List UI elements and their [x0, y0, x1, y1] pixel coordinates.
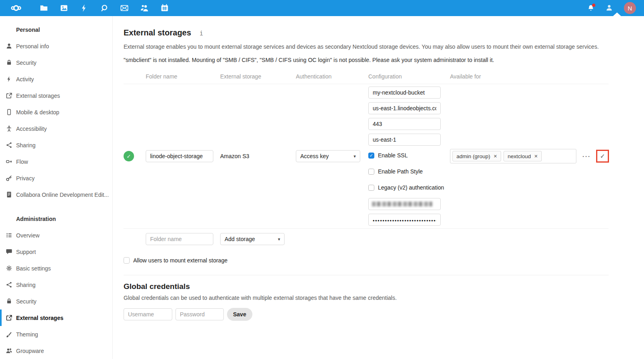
folder-name-input[interactable]: [146, 150, 213, 162]
available-for-multiselect[interactable]: admin (group)✕ nextcloud✕: [450, 149, 576, 163]
sidebar-section-administration: Administration: [16, 215, 112, 223]
new-folder-name-cell: [146, 233, 220, 245]
configuration-cell: ✓ Enable SSL ✓ Enable Path Style ✓ Legac…: [368, 84, 450, 228]
share-icon: [6, 281, 12, 288]
sidebar-item-overview[interactable]: Overview: [0, 227, 112, 243]
enable-path-style-label: Enable Path Style: [378, 168, 423, 175]
username-field[interactable]: [124, 308, 172, 320]
enable-path-style-checkbox[interactable]: ✓: [368, 169, 374, 175]
enable-ssl-row: ✓ Enable SSL: [368, 152, 450, 159]
check-icon: ✓: [600, 153, 605, 160]
chip-remove-icon[interactable]: ✕: [534, 154, 538, 159]
sidebar-item-personal-info[interactable]: Personal info: [0, 38, 112, 54]
sidebar-item-theming[interactable]: Theming: [0, 326, 112, 342]
authentication-cell: Access key ▾: [296, 150, 368, 162]
authentication-select[interactable]: Access key ▾: [296, 150, 360, 162]
password-field[interactable]: [175, 308, 224, 320]
mobile-icon: [6, 109, 12, 116]
available-for-chip: admin (group)✕: [452, 151, 501, 161]
sidebar-section-personal: Personal: [16, 26, 112, 34]
notification-unread-dot: [592, 4, 595, 7]
sidebar-item-accessibility[interactable]: Accessibility: [0, 120, 112, 137]
notifications-bell-icon[interactable]: [587, 4, 595, 12]
sidebar-item-basic-settings[interactable]: Basic settings: [0, 260, 112, 276]
calendar-icon[interactable]: [160, 4, 169, 12]
user-avatar[interactable]: N: [624, 2, 636, 14]
enable-path-style-row: ✓ Enable Path Style: [368, 168, 450, 175]
files-icon[interactable]: [39, 4, 48, 12]
add-storage-select[interactable]: Add storage ▾: [220, 233, 285, 245]
save-button[interactable]: Save: [227, 308, 252, 321]
sidebar-item-security-admin[interactable]: Security: [0, 293, 112, 309]
photos-icon[interactable]: [60, 4, 68, 12]
column-header-authentication: Authentication: [296, 73, 368, 80]
table-header-row: Folder name External storage Authenticat…: [124, 73, 609, 84]
info-icon[interactable]: i: [200, 30, 203, 37]
key-icon: [6, 175, 12, 182]
storage-type-label: Amazon S3: [220, 153, 249, 159]
row-options-ellipsis-icon[interactable]: ···: [582, 153, 591, 160]
access-key-input-blurred[interactable]: [368, 198, 441, 210]
allow-users-label: Allow users to mount external storage: [133, 257, 227, 264]
sidebar-item-mobile-desktop[interactable]: Mobile & desktop: [0, 104, 112, 120]
folder-name-cell: [146, 150, 220, 162]
enable-ssl-label: Enable SSL: [378, 152, 408, 159]
enable-ssl-checkbox[interactable]: ✓: [368, 153, 374, 159]
sidebar-item-flow[interactable]: Flow: [0, 153, 112, 170]
available-for-cell: admin (group)✕ nextcloud✕ ··· ✓: [450, 149, 609, 163]
contacts-menu-icon[interactable]: [605, 4, 613, 12]
accessibility-icon: [6, 125, 12, 132]
document-icon: [6, 191, 12, 198]
bolt-icon: [6, 76, 12, 83]
nextcloud-logo-icon[interactable]: [6, 3, 26, 13]
contacts-icon[interactable]: [140, 4, 149, 12]
sidebar-item-sharing-admin[interactable]: Sharing: [0, 276, 112, 293]
sidebar-item-activity[interactable]: Activity: [0, 71, 112, 87]
people-icon: [6, 347, 12, 354]
activity-icon[interactable]: [80, 4, 89, 12]
lock-icon: [6, 59, 12, 66]
share-icon: [6, 142, 12, 149]
region-input[interactable]: [368, 134, 441, 146]
allow-users-row: ✓ Allow users to mount external storage: [124, 257, 644, 264]
smbclient-warning: "smbclient" is not installed. Mounting o…: [124, 56, 644, 64]
sidebar-item-privacy[interactable]: Privacy: [0, 170, 112, 186]
sidebar-item-external-storages-personal[interactable]: External storages: [0, 87, 112, 104]
flow-icon: [6, 158, 12, 165]
chevron-down-icon: ▾: [353, 154, 356, 159]
allow-users-checkbox[interactable]: ✓: [124, 257, 130, 264]
column-header-folder-name: Folder name: [146, 73, 220, 80]
column-header-available-for: Available for: [450, 73, 609, 80]
gear-icon: [6, 265, 12, 272]
search-icon[interactable]: [100, 4, 109, 12]
sidebar-item-sharing-personal[interactable]: Sharing: [0, 137, 112, 153]
external-storages-table: Folder name External storage Authenticat…: [124, 73, 609, 245]
mail-icon[interactable]: [120, 4, 129, 12]
add-storage-cell: Add storage ▾: [220, 233, 296, 245]
save-storage-check-button[interactable]: ✓: [596, 150, 609, 163]
section-divider: [124, 275, 609, 275]
sidebar-item-external-storages-admin[interactable]: External storages: [0, 309, 112, 326]
sidebar-item-support[interactable]: Support: [0, 243, 112, 260]
chevron-down-icon: ▾: [278, 237, 280, 242]
chip-remove-icon[interactable]: ✕: [493, 154, 497, 159]
hostname-input[interactable]: [368, 102, 441, 114]
sidebar-item-groupware[interactable]: Groupware: [0, 342, 112, 359]
storage-status-ok-icon: ✓: [124, 151, 134, 161]
storage-status-cell: ✓: [124, 151, 146, 161]
external-storage-description: External storage enables you to mount ex…: [124, 43, 644, 51]
column-header-external-storage: External storage: [220, 73, 296, 80]
legacy-auth-checkbox[interactable]: ✓: [368, 185, 374, 191]
external-storage-icon: [6, 92, 12, 99]
global-credentials-title: Global credentials: [124, 282, 644, 291]
sidebar-item-collabora[interactable]: Collabora Online Development Edit...: [0, 186, 112, 203]
new-folder-name-input[interactable]: [146, 233, 213, 245]
legacy-auth-label: Legacy (v2) authentication: [378, 184, 444, 191]
port-input[interactable]: [368, 118, 441, 130]
legacy-auth-row: ✓ Legacy (v2) authentication: [368, 184, 450, 191]
secret-key-input[interactable]: [368, 214, 441, 226]
column-header-configuration: Configuration: [368, 73, 450, 80]
sidebar-item-security-personal[interactable]: Security: [0, 54, 112, 71]
bucket-input[interactable]: [368, 87, 441, 99]
global-credentials-section: Global credentials Global credentials ca…: [124, 282, 644, 321]
